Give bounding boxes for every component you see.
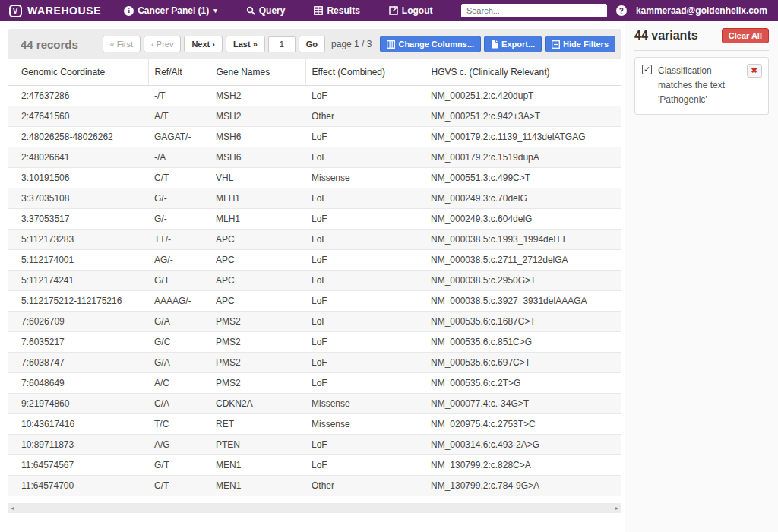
- user-email[interactable]: kammeraad@goldenhelix.com: [636, 5, 767, 16]
- table-row[interactable]: 5:112174001 AG/- APC LoF NM_000038.5:c.2…: [8, 250, 621, 271]
- column-header-ref-alt[interactable]: Ref/Alt: [148, 59, 210, 86]
- table-row[interactable]: 2:48026258-48026262 GAGAT/- MSH6 LoF NM_…: [8, 127, 621, 147]
- table-row[interactable]: 7:6038747 G/A PMS2 LoF NM_000535.6:c.697…: [8, 353, 621, 373]
- cell-hgvs: NM_000551.3:c.499C>T: [425, 168, 621, 188]
- cell-gene-names: CDKN2A: [210, 394, 305, 414]
- table-row[interactable]: 3:10191506 C/T VHL Missense NM_000551.3:…: [8, 168, 621, 188]
- cell-hgvs: NM_000249.3:c.604delG: [425, 209, 621, 230]
- column-header-genomic-coordinate[interactable]: Genomic Coordinate: [8, 59, 148, 86]
- nav-item-results[interactable]: Results: [314, 5, 359, 16]
- collapse-box-icon: [552, 40, 560, 49]
- page-number-input[interactable]: [268, 36, 296, 52]
- cell-hgvs: NM_000038.5:c.2950G>T: [425, 271, 621, 291]
- cell-gene-names: PMS2: [210, 373, 305, 394]
- column-header-effect[interactable]: Effect (Combined): [305, 59, 425, 86]
- cell-ref-alt: C/T: [148, 476, 210, 496]
- cell-hgvs: NM_130799.2:c.828C>A: [425, 455, 621, 476]
- table-row[interactable]: 5:112174241 G/T APC LoF NM_000038.5:c.29…: [8, 271, 621, 291]
- nav-item-label: Query: [259, 5, 286, 16]
- prev-page-button[interactable]: ‹ Prev: [144, 36, 181, 52]
- table-row[interactable]: 2:47641560 A/T MSH2 Other NM_000251.2:c.…: [8, 106, 621, 127]
- records-count: 44 records: [21, 38, 78, 51]
- change-columns-button[interactable]: Change Columns...: [380, 36, 481, 52]
- cell-ref-alt: G/-: [148, 209, 210, 230]
- cell-effect: LoF: [305, 373, 425, 394]
- cell-genomic-coordinate: 3:37053517: [8, 209, 148, 230]
- remove-filter-button[interactable]: ✖: [747, 64, 762, 78]
- table-row[interactable]: 10:43617416 T/C RET Missense NM_020975.4…: [8, 414, 621, 435]
- cell-ref-alt: C/A: [148, 394, 210, 414]
- cell-genomic-coordinate: 7:6035217: [8, 332, 148, 353]
- cell-genomic-coordinate: 7:6048649: [8, 373, 148, 394]
- cell-hgvs: NM_020975.4:c.2753T>C: [425, 414, 621, 435]
- cell-ref-alt: G/C: [148, 332, 210, 353]
- table-row[interactable]: 7:6048649 A/C PMS2 LoF NM_000535.6:c.2T>…: [8, 373, 621, 394]
- results-toolbar: 44 records « First ‹ Prev Next › Last » …: [8, 29, 621, 59]
- columns-icon: [387, 40, 395, 49]
- cell-genomic-coordinate: 5:112174241: [8, 271, 148, 291]
- next-page-button[interactable]: Next ›: [184, 36, 223, 52]
- table-row[interactable]: 2:47637286 -/T MSH2 LoF NM_000251.2:c.42…: [8, 86, 621, 106]
- go-button[interactable]: Go: [299, 36, 325, 52]
- hide-filters-button[interactable]: Hide Filters: [545, 36, 615, 52]
- app-brand: V WAREHOUSE: [9, 5, 101, 17]
- scroll-left-icon[interactable]: ◂: [11, 504, 14, 512]
- export-button[interactable]: Export...: [484, 36, 542, 52]
- cell-hgvs: NM_000535.6:c.697C>T: [425, 353, 621, 373]
- page-status: page 1 / 3: [331, 39, 372, 49]
- table-row[interactable]: 7:6026709 G/A PMS2 LoF NM_000535.6:c.168…: [8, 312, 621, 332]
- cell-ref-alt: -/A: [148, 147, 210, 168]
- cell-effect: LoF: [305, 230, 425, 250]
- cell-genomic-coordinate: 5:112175212-112175216: [8, 291, 148, 312]
- cell-ref-alt: A/C: [148, 373, 210, 394]
- cell-effect: LoF: [305, 271, 425, 291]
- table-row[interactable]: 3:37053517 G/- MLH1 LoF NM_000249.3:c.60…: [8, 209, 621, 230]
- cell-gene-names: MSH2: [210, 106, 305, 127]
- table-row[interactable]: 9:21974860 C/A CDKN2A Missense NM_000077…: [8, 394, 621, 414]
- column-header-gene-names[interactable]: Gene Names: [210, 59, 305, 86]
- cell-gene-names: VHL: [210, 168, 305, 188]
- nav-item-query[interactable]: Query: [246, 5, 286, 16]
- cell-gene-names: PMS2: [210, 312, 305, 332]
- help-icon[interactable]: ?: [616, 5, 627, 16]
- cell-effect: Other: [305, 476, 425, 496]
- cell-genomic-coordinate: 10:89711873: [8, 435, 148, 455]
- cell-ref-alt: G/A: [148, 312, 210, 332]
- column-header-hgvs[interactable]: HGVS c. (Clinically Relevant): [425, 59, 621, 86]
- first-page-button[interactable]: « First: [103, 36, 141, 52]
- cell-ref-alt: G/A: [148, 353, 210, 373]
- cell-gene-names: MSH6: [210, 147, 305, 168]
- table-row[interactable]: 7:6035217 G/C PMS2 LoF NM_000535.6:c.851…: [8, 332, 621, 353]
- cell-hgvs: NM_000535.6:c.851C>G: [425, 332, 621, 353]
- nav-item-label: Results: [327, 5, 359, 16]
- nav-item-logout[interactable]: Logout: [389, 5, 433, 16]
- table-row[interactable]: 5:112173283 TT/- APC LoF NM_000038.5:c.1…: [8, 230, 621, 250]
- cell-genomic-coordinate: 11:64574567: [8, 455, 148, 476]
- table-row[interactable]: 11:64574567 G/T MEN1 LoF NM_130799.2:c.8…: [8, 455, 621, 476]
- table-row[interactable]: 5:112175212-112175216 AAAAG/- APC LoF NM…: [8, 291, 621, 312]
- last-page-button[interactable]: Last »: [226, 36, 265, 52]
- filter-checkbox[interactable]: ✓: [642, 65, 652, 74]
- table-row[interactable]: 3:37035108 G/- MLH1 LoF NM_000249.3:c.70…: [8, 188, 621, 209]
- table-row[interactable]: 11:64574700 C/T MEN1 Other NM_130799.2:c…: [8, 476, 621, 496]
- cell-effect: LoF: [305, 147, 425, 168]
- cell-genomic-coordinate: 11:64574700: [8, 476, 148, 496]
- chevron-down-icon: ▾: [213, 7, 217, 14]
- search-input[interactable]: [461, 4, 607, 17]
- top-navbar: V WAREHOUSE i Cancer Panel (1) ▾ Query R…: [0, 0, 778, 21]
- table-row[interactable]: 2:48026641 -/A MSH6 LoF NM_000179.2:c.15…: [8, 147, 621, 168]
- scroll-right-icon[interactable]: ▸: [615, 504, 618, 512]
- horizontal-scrollbar[interactable]: ◂ ▸: [8, 503, 621, 513]
- cell-gene-names: PMS2: [210, 353, 305, 373]
- nav-item-cancer-panel[interactable]: i Cancer Panel (1) ▾: [124, 5, 217, 16]
- cell-gene-names: MLH1: [210, 188, 305, 209]
- cell-gene-names: MLH1: [210, 209, 305, 230]
- cell-genomic-coordinate: 3:37035108: [8, 188, 148, 209]
- cell-ref-alt: AAAAG/-: [148, 291, 210, 312]
- clear-all-button[interactable]: Clear All: [722, 28, 769, 43]
- table-row[interactable]: 10:89711873 A/G PTEN LoF NM_000314.6:c.4…: [8, 435, 621, 455]
- cell-ref-alt: AG/-: [148, 250, 210, 271]
- cell-gene-names: MEN1: [210, 455, 305, 476]
- filter-line2: 'Pathogenic': [658, 94, 707, 105]
- cell-genomic-coordinate: 2:48026258-48026262: [8, 127, 148, 147]
